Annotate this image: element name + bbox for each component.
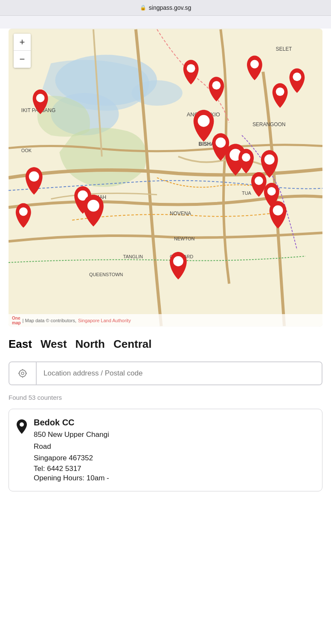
svg-point-29 — [273, 205, 283, 216]
search-input[interactable] — [37, 362, 322, 384]
map-svg: IKIT PANJANG OOK BUKIT TIMAH BISHAN SERA… — [9, 29, 322, 327]
svg-text:TUA: TUA — [242, 191, 252, 196]
zoom-controls: + − — [14, 34, 31, 68]
region-tabs: East West North Central — [0, 327, 331, 357]
location-address-line2: Road — [34, 441, 315, 452]
page-content: IKIT PANJANG OOK BUKIT TIMAH BISHAN SERA… — [0, 29, 331, 644]
svg-point-18 — [187, 64, 195, 72]
svg-text:SERANGOON: SERANGOON — [253, 121, 286, 127]
map-background: IKIT PANJANG OOK BUKIT TIMAH BISHAN SERA… — [9, 29, 322, 327]
location-card[interactable]: Bedok CC 850 New Upper Changi Road Singa… — [9, 409, 322, 491]
tab-west[interactable]: West — [41, 335, 67, 353]
svg-point-31 — [19, 208, 28, 216]
svg-text:TANGLIN: TANGLIN — [123, 254, 143, 259]
svg-point-30 — [29, 171, 39, 182]
browser-bar: 🔒 singpass.gov.sg — [0, 0, 331, 16]
svg-point-17 — [36, 94, 45, 102]
search-container — [9, 361, 322, 385]
svg-point-21 — [250, 60, 259, 69]
svg-point-22 — [276, 87, 285, 96]
tab-central[interactable]: Central — [113, 335, 152, 353]
tab-east[interactable]: East — [9, 335, 32, 353]
svg-point-19 — [212, 81, 221, 90]
location-details: Bedok CC 850 New Upper Changi Road Singa… — [34, 418, 315, 482]
pin-icon — [16, 419, 28, 434]
svg-point-20 — [198, 115, 210, 127]
count-text: Found 53 counters — [9, 394, 62, 401]
zoom-in-button[interactable]: + — [14, 34, 31, 51]
map-attribution: Onemap | Map data © contributors, Singap… — [9, 314, 322, 327]
location-tel: Tel: 6442 5317 — [34, 465, 315, 473]
tab-north[interactable]: North — [75, 335, 105, 353]
svg-point-35 — [293, 72, 301, 81]
attribution-logo: Onemap — [12, 316, 21, 325]
attribution-text: | Map data © contributors, — [23, 318, 77, 323]
svg-point-27 — [255, 176, 263, 185]
svg-text:NEWTON: NEWTON — [174, 236, 195, 241]
location-hours: Opening Hours: 10am - — [34, 474, 315, 482]
svg-text:SELET: SELET — [276, 46, 292, 52]
svg-text:QUEENSTOWN: QUEENSTOWN — [89, 272, 123, 277]
svg-text:OOK: OOK — [21, 148, 32, 153]
location-search-icon-box — [9, 362, 37, 384]
svg-text:NOVENA: NOVENA — [170, 211, 191, 217]
lock-icon: 🔒 — [140, 5, 146, 11]
svg-point-28 — [267, 187, 276, 196]
svg-point-23 — [215, 138, 226, 148]
location-postal: Singapore 467352 — [34, 453, 315, 464]
url-text: singpass.gov.sg — [149, 4, 191, 11]
location-pin-icon — [16, 419, 28, 482]
svg-point-42 — [20, 422, 24, 427]
location-name: Bedok CC — [34, 418, 315, 427]
location-address-line1: 850 New Upper Changi — [34, 429, 315, 440]
zoom-out-button[interactable]: − — [14, 51, 31, 68]
svg-point-25 — [242, 153, 250, 162]
svg-point-36 — [19, 370, 26, 377]
svg-point-26 — [264, 154, 275, 165]
svg-point-37 — [21, 372, 24, 375]
svg-point-34 — [173, 256, 183, 266]
attribution-link[interactable]: Singapore Land Authority — [78, 318, 131, 323]
counter-count: Found 53 counters — [0, 390, 331, 405]
crosshair-icon — [17, 367, 29, 379]
svg-point-33 — [87, 200, 99, 212]
map-container[interactable]: IKIT PANJANG OOK BUKIT TIMAH BISHAN SERA… — [9, 29, 322, 327]
